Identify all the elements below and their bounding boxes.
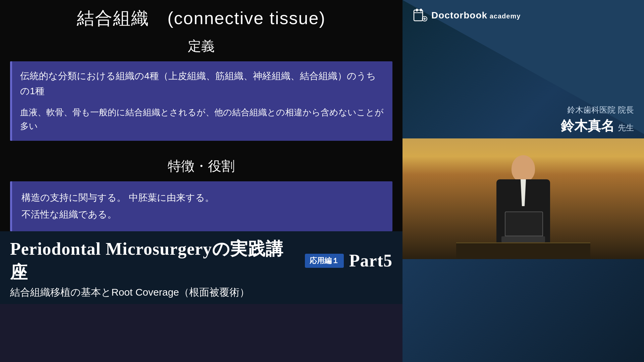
person-head [512, 155, 535, 182]
course-title-line: Periodontal Microsurgeryの実践講座 応用編１ Part5 [10, 237, 392, 284]
presenter-section: 鈴木歯科医院 院長 鈴木真名 先生 [402, 105, 644, 138]
logo-brand: Doctorbook academy [431, 10, 521, 21]
bottom-bar: Periodontal Microsurgeryの実践講座 応用編１ Part5… [0, 231, 402, 304]
course-badge: 応用編１ [305, 254, 344, 268]
definition-main-text: 伝統的な分類における組織の4種（上皮組織、筋組織、神経組織、結合組織）のうちの1… [20, 69, 384, 99]
presenter-name: 鈴木真名 [561, 117, 614, 135]
laptop [501, 236, 545, 242]
course-subtitle: 結合組織移植の基本とRoot Coverage（根面被覆術） [10, 286, 392, 299]
doctorbook-icon [413, 8, 427, 23]
section1-heading: 定義 [10, 37, 392, 55]
definition-sub-text: 血液、軟骨、骨も一般的に結合組織とされるが、他の結合組織との相違から含めないこと… [20, 106, 384, 133]
presenter-hospital: 鈴木歯科医院 院長 [413, 105, 634, 115]
video-inner [402, 138, 644, 259]
podium [456, 242, 590, 259]
definition-box: 伝統的な分類における組織の4種（上皮組織、筋組織、神経組織、結合組織）のうちの1… [10, 61, 392, 141]
slide-area: 結合組織 (connective tissue) 定義 伝統的な分類における組織… [0, 0, 402, 231]
svg-rect-3 [420, 9, 422, 11]
sidebar-logo: Doctorbook academy [402, 0, 644, 31]
presenter-video [402, 138, 644, 259]
course-part: Part5 [349, 251, 392, 270]
course-main-title: Periodontal Microsurgeryの実践講座 [10, 237, 300, 284]
features-text: 構造の支持に関与する。 中胚葉に由来する。不活性な組織である。 [21, 189, 383, 223]
sidebar: Doctorbook academy 鈴木歯科医院 院長 鈴木真名 先生 [402, 0, 644, 362]
svg-rect-2 [416, 9, 418, 11]
slide-title: 結合組織 (connective tissue) [10, 7, 392, 30]
logo-text-group: Doctorbook academy [431, 10, 521, 21]
presenter-title: 先生 [618, 122, 634, 133]
section2-heading: 特徴・役割 [10, 157, 392, 175]
main-layout: 結合組織 (connective tissue) 定義 伝統的な分類における組織… [0, 0, 644, 362]
svg-rect-0 [414, 10, 423, 21]
features-box: 構造の支持に関与する。 中胚葉に由来する。不活性な組織である。 [10, 181, 392, 231]
